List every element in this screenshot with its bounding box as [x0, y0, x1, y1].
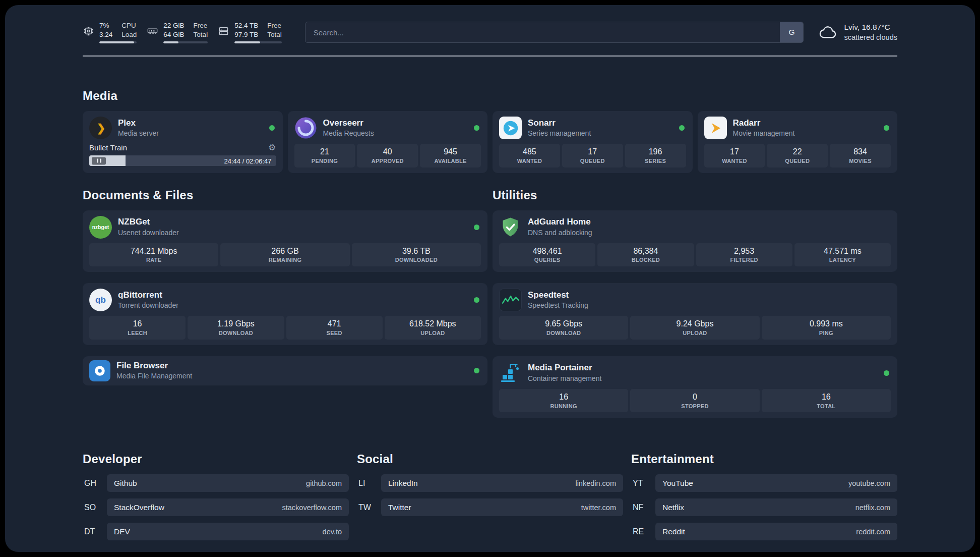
adguard-icon	[499, 216, 522, 239]
ram-progress-bar	[163, 41, 208, 43]
status-dot	[269, 125, 275, 131]
bookmark-link-netflix[interactable]: Netflix netflix.com	[655, 498, 897, 516]
cpu-icon	[83, 25, 94, 37]
stat-tile: 39.6 TB DOWNLOADED	[352, 243, 481, 267]
search-input[interactable]	[305, 22, 780, 42]
disk-free-label: Free	[267, 21, 282, 30]
stat-tile: 17 WANTED	[704, 144, 765, 168]
section-title-documents: Documents & Files	[83, 188, 487, 202]
section-media: Media ❯ Plex Media server Bullet Train ⚙	[83, 89, 897, 173]
stat-tile: 0 STOPPED	[630, 389, 759, 413]
disk-total-value: 97.9 TB	[234, 30, 258, 39]
radarr-card[interactable]: Radarr Movie management 17 WANTED 22 QUE…	[698, 111, 898, 173]
app-name: Sonarr	[528, 118, 591, 128]
stat-label: APPROVED	[359, 158, 416, 165]
sonarr-card[interactable]: Sonarr Series management 485 WANTED 17 Q…	[493, 111, 693, 173]
status-dot	[474, 125, 479, 131]
stat-tile: 2,953 FILTERED	[696, 243, 792, 267]
qbittorrent-card[interactable]: qb qBittorrent Torrent downloader 16 LEE…	[83, 283, 487, 345]
section-developer: Developer GH Github github.com SO StackO…	[83, 452, 349, 547]
bookmark-link-youtube[interactable]: YouTube youtube.com	[655, 474, 897, 492]
plex-card[interactable]: ❯ Plex Media server Bullet Train ⚙ 24:44…	[83, 111, 283, 173]
overseerr-card[interactable]: Overseerr Media Requests 21 PENDING 40 A…	[288, 111, 488, 173]
stat-label: STOPPED	[632, 403, 757, 410]
bookmark-link-stackoverflow[interactable]: StackOverflow stackoverflow.com	[107, 498, 349, 516]
app-subtitle: Series management	[528, 129, 591, 138]
bookmark-url: youtube.com	[848, 479, 890, 487]
topbar-divider	[83, 55, 897, 57]
stat-value: 16	[764, 392, 889, 403]
bookmark-link-reddit[interactable]: Reddit reddit.com	[655, 523, 897, 540]
cloud-icon	[819, 23, 838, 42]
status-dot	[474, 225, 479, 230]
stat-label: AVAILABLE	[422, 158, 479, 165]
stat-tile: 47.571 ms LATENCY	[794, 243, 891, 267]
stat-label: RUNNING	[501, 403, 626, 410]
bookmark-link-github[interactable]: Github github.com	[107, 474, 349, 492]
stat-value: 471	[288, 319, 381, 329]
stat-label: PENDING	[296, 158, 353, 165]
cpu-load-value: 3.24	[99, 30, 112, 39]
bookmark-abbr: LI	[357, 479, 381, 488]
bookmark-link-linkedin[interactable]: LinkedIn linkedin.com	[381, 474, 623, 492]
bookmark-row: YT YouTube youtube.com	[631, 474, 897, 492]
portainer-icon	[499, 362, 522, 384]
app-subtitle: DNS and adblocking	[528, 228, 592, 237]
adguard-card[interactable]: AdGuard Home DNS and adblocking 498,461 …	[493, 210, 897, 272]
section-title-utilities: Utilities	[493, 188, 897, 202]
stat-label: BLOCKED	[599, 257, 692, 264]
app-name: qBittorrent	[118, 290, 178, 300]
gear-icon[interactable]: ⚙	[268, 143, 276, 152]
stat-label: RATE	[91, 257, 216, 264]
section-entertainment: Entertainment YT YouTube youtube.com NF …	[631, 452, 897, 547]
section-documents: Documents & Files nzbget NZBGet Usenet d…	[83, 188, 487, 418]
pause-button[interactable]	[92, 157, 106, 164]
app-name: Radarr	[733, 118, 795, 128]
app-name: File Browser	[116, 361, 192, 371]
stat-tile: 618.52 Mbps UPLOAD	[385, 316, 481, 340]
plex-icon: ❯	[89, 117, 112, 139]
stat-value: 266 GB	[222, 246, 347, 257]
weather-widget: Lviv, 16.87°C scattered clouds	[819, 22, 897, 42]
stat-label: DOWNLOAD	[190, 330, 282, 337]
weather-condition: scattered clouds	[844, 33, 897, 42]
stat-value: 17	[706, 147, 763, 157]
stat-value: 618.52 Mbps	[387, 319, 479, 329]
bookmark-row: LI LinkedIn linkedin.com	[357, 474, 623, 492]
filebrowser-card[interactable]: File Browser Media File Management	[83, 356, 487, 385]
playback-progress-bar[interactable]: 24:44 / 02:06:47	[89, 155, 276, 166]
status-dot	[884, 125, 889, 131]
ram-free-label: Free	[194, 21, 208, 30]
stat-label: WANTED	[706, 158, 763, 165]
bookmark-url: twitter.com	[581, 504, 616, 512]
bookmark-abbr: RE	[631, 527, 655, 536]
stat-value: 485	[501, 147, 558, 157]
section-title-entertainment: Entertainment	[631, 452, 897, 466]
stat-label: REMAINING	[222, 257, 347, 264]
stat-tile: 744.21 Mbps RATE	[89, 243, 218, 267]
stat-value: 39.6 TB	[354, 246, 479, 257]
search-engine-button[interactable]: G	[780, 22, 803, 42]
section-title-media: Media	[83, 89, 897, 103]
stat-tile: 21 PENDING	[294, 144, 355, 168]
stat-label: UPLOAD	[387, 330, 479, 337]
disk-progress-bar	[234, 41, 282, 43]
status-dot	[474, 297, 479, 303]
stat-tile: 471 SEED	[286, 316, 383, 340]
stat-tile: 266 GB REMAINING	[220, 243, 349, 267]
stat-label: FILTERED	[698, 257, 790, 264]
bookmark-link-twitter[interactable]: Twitter twitter.com	[381, 498, 623, 516]
ram-total-value: 64 GiB	[163, 30, 184, 39]
bookmark-name: Netflix	[662, 503, 684, 512]
bookmark-link-dev[interactable]: DEV dev.to	[107, 523, 349, 540]
stat-value: 21	[296, 147, 353, 157]
stat-tile: 86,384 BLOCKED	[597, 243, 694, 267]
stat-value: 9.65 Gbps	[501, 319, 626, 329]
bookmark-url: dev.to	[323, 528, 342, 536]
stat-value: 0	[632, 392, 757, 403]
stat-tile: 1.19 Gbps DOWNLOAD	[188, 316, 284, 340]
portainer-card[interactable]: Media Portainer Container management 16 …	[493, 356, 897, 418]
nzbget-card[interactable]: nzbget NZBGet Usenet downloader 744.21 M…	[83, 210, 487, 272]
disk-widget: 52.4 TB 97.9 TB Free Total	[218, 21, 282, 43]
speedtest-card[interactable]: Speedtest Speedtest Tracking 9.65 Gbps D…	[493, 283, 897, 345]
